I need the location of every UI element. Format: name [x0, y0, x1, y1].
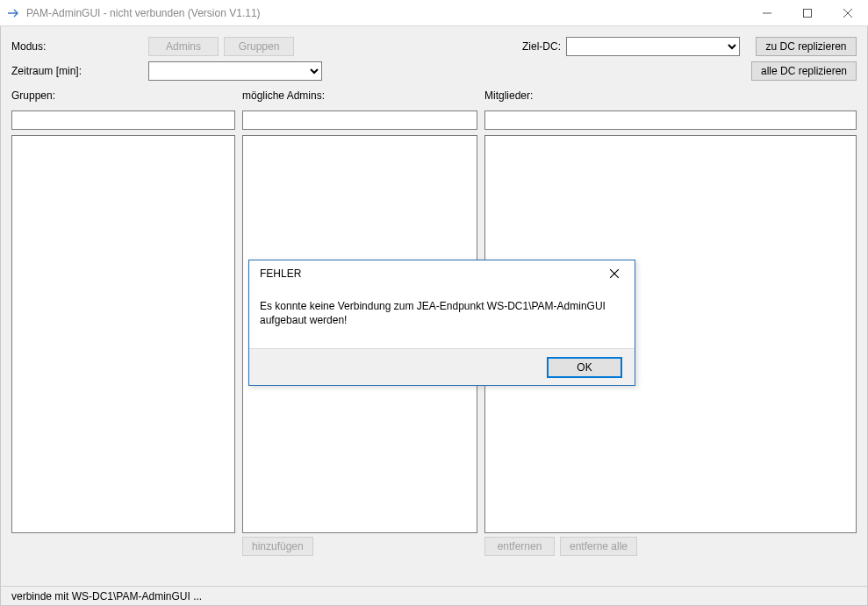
app-icon — [7, 6, 21, 20]
dialog-message: Es konnte keine Verbindung zum JEA-Endpu… — [260, 299, 624, 327]
gruppen-filter-input[interactable] — [11, 111, 235, 130]
status-bar: verbinde mit WS-DC1\PAM-AdminGUI ... — [1, 586, 867, 605]
ziel-dc-combo[interactable] — [566, 37, 740, 56]
gruppen-listbox[interactable] — [11, 135, 235, 533]
minimize-button[interactable] — [747, 0, 787, 25]
dialog-title-text: FEHLER — [260, 267, 301, 280]
window-title: PAM-AdminGUI - nicht verbunden (Version … — [26, 7, 261, 19]
title-bar: PAM-AdminGUI - nicht verbunden (Version … — [0, 0, 868, 26]
admins-button[interactable]: Admins — [148, 37, 219, 56]
zu-dc-replizieren-button[interactable]: zu DC replizieren — [756, 37, 857, 56]
zeitraum-combo[interactable] — [148, 61, 322, 81]
dialog-ok-button[interactable]: OK — [547, 357, 622, 378]
maximize-button[interactable] — [787, 0, 828, 25]
entfernen-button[interactable]: entfernen — [484, 537, 555, 556]
moegliche-admins-column-label: mögliche Admins: — [242, 89, 477, 102]
admins-filter-input[interactable] — [242, 111, 477, 130]
hinzufuegen-button[interactable]: hinzufügen — [242, 537, 313, 556]
alle-dc-replizieren-button[interactable]: alle DC replizieren — [751, 61, 857, 81]
error-dialog: FEHLER Es konnte keine Verbindung zum JE… — [248, 260, 635, 386]
modus-label: Modus: — [11, 40, 143, 53]
mitglieder-filter-input[interactable] — [484, 111, 857, 130]
mitglieder-column-label: Mitglieder: — [484, 89, 533, 102]
close-button[interactable] — [828, 0, 868, 25]
entferne-alle-button[interactable]: entferne alle — [560, 537, 637, 556]
status-text: verbinde mit WS-DC1\PAM-AdminGUI ... — [11, 590, 202, 602]
gruppen-button[interactable]: Gruppen — [224, 37, 294, 56]
ziel-dc-label: Ziel-DC: — [522, 40, 561, 53]
svg-rect-1 — [804, 9, 812, 17]
dialog-close-button[interactable] — [601, 262, 628, 285]
gruppen-column-label: Gruppen: — [11, 89, 235, 102]
zeitraum-label: Zeitraum [min]: — [11, 65, 143, 77]
